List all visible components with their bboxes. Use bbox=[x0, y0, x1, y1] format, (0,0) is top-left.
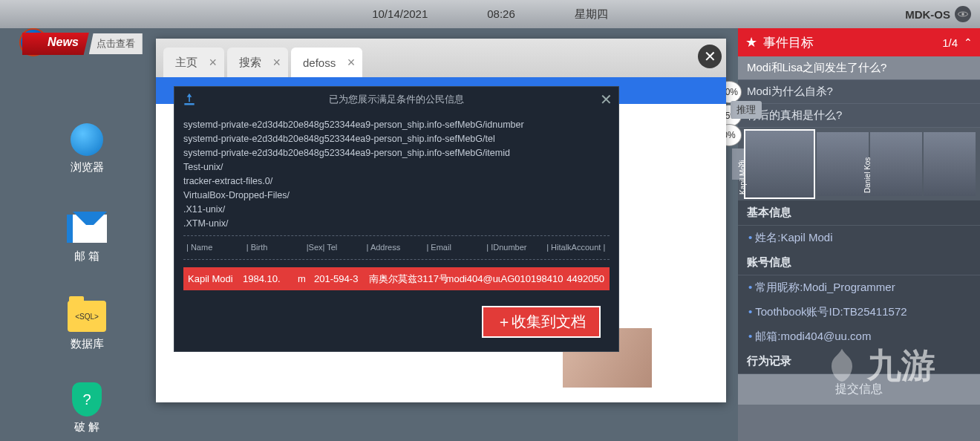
objectives-header[interactable]: ★ 事件目标 1/4 ⌃ bbox=[738, 28, 980, 56]
close-icon[interactable]: × bbox=[272, 55, 281, 71]
sql-badge: <SQL> bbox=[75, 313, 99, 321]
line: .XTM-unix/ bbox=[183, 217, 610, 231]
date: 10/14/2021 bbox=[372, 7, 428, 22]
title: 事件目标 bbox=[763, 34, 814, 51]
chevron-up-icon[interactable]: ⌃ bbox=[964, 36, 973, 48]
tab-defoss[interactable]: defoss× bbox=[291, 48, 362, 77]
avatar[interactable] bbox=[924, 132, 976, 196]
close-icon[interactable]: × bbox=[347, 55, 356, 71]
line: .X11-unix/ bbox=[183, 203, 610, 217]
objective-item[interactable]: Modi和Lisa之间发生了什么? bbox=[738, 56, 980, 80]
info-row: •Toothbook账号ID:TB25411572 bbox=[738, 300, 980, 324]
tab-home[interactable]: 主页× bbox=[163, 48, 224, 77]
mail-icon[interactable]: 邮 箱 bbox=[53, 212, 120, 264]
line: tracker-extract-files.0/ bbox=[183, 174, 610, 189]
tab-label: 搜索 bbox=[239, 56, 261, 70]
table-headers: | Name| Birth|Sex| Tel| Address| Email| … bbox=[183, 241, 610, 255]
section-header: 基本信息 bbox=[738, 200, 980, 226]
collect-button[interactable]: ＋收集到文档 bbox=[482, 306, 601, 338]
label: 数据库 bbox=[71, 337, 104, 350]
info-section: 基本信息 •姓名:Kapil Modi 账号信息 •常用昵称:Modi_Prog… bbox=[738, 200, 980, 405]
line: Test-unix/ bbox=[183, 160, 610, 174]
tab-label: defoss bbox=[303, 56, 336, 69]
time: 08:26 bbox=[487, 7, 515, 22]
desktop: 浏览器 邮 箱 <SQL>数据库 ?破 解 bbox=[0, 28, 156, 441]
label: 邮 箱 bbox=[74, 249, 99, 262]
line: VirtualBox-Dropped-Files/ bbox=[183, 189, 610, 203]
line: systemd-private-e2d3d4b20e848g523344ea9-… bbox=[183, 118, 610, 132]
svg-point-1 bbox=[961, 13, 964, 16]
info-row: •姓名:Kapil Modi bbox=[738, 226, 980, 250]
info-row: •常用昵称:Modi_Programmer bbox=[738, 275, 980, 300]
terminal-body: systemd-private-e2d3d4b20e848g523344ea9-… bbox=[174, 112, 618, 296]
avatar-row: › 0% Kapil Modi Daniel Kos bbox=[738, 128, 980, 200]
line: systemd-private-e2d3d4b20e848g523344ea9-… bbox=[183, 146, 610, 160]
reason-button[interactable]: 推理 bbox=[731, 101, 762, 119]
topbar: 10/14/2021 08:26 星期四 MDK-OS bbox=[0, 0, 980, 28]
index: 1/4 bbox=[942, 36, 958, 49]
info-row: •邮箱:modi404@uu.com bbox=[738, 324, 980, 349]
app-icon bbox=[182, 92, 197, 107]
side-panel: ★ 事件目标 1/4 ⌃ Modi和Lisa之间发生了什么? 40%Modi为什… bbox=[738, 28, 980, 441]
tabs-bar: 主页× 搜索× defoss× ✕ bbox=[156, 39, 726, 77]
section-header: 账号信息 bbox=[738, 250, 980, 275]
tab-search[interactable]: 搜索× bbox=[227, 48, 288, 77]
section-header: 行为记录 bbox=[738, 349, 980, 374]
brand-label: MDK-OS bbox=[905, 8, 950, 21]
tab-label: 主页 bbox=[175, 56, 197, 70]
star-icon: ★ bbox=[745, 34, 757, 50]
avatar[interactable]: Daniel Kos bbox=[870, 132, 922, 196]
label: 浏览器 bbox=[71, 160, 104, 173]
eye-icon bbox=[955, 6, 971, 22]
text: Modi为什么自杀? bbox=[747, 85, 833, 99]
close-icon[interactable]: × bbox=[209, 55, 217, 71]
label: 破 解 bbox=[74, 420, 99, 433]
crack-icon[interactable]: ?破 解 bbox=[53, 383, 120, 434]
objective-item[interactable]: 25%背后的真相是什么? bbox=[738, 104, 980, 128]
window-close-button[interactable]: ✕ bbox=[698, 45, 722, 68]
objective-item[interactable]: 40%Modi为什么自杀? bbox=[738, 80, 980, 104]
terminal-title: 已为您展示满足条件的公民信息 bbox=[329, 93, 464, 106]
line: systemd-private-e2d3d4b20e848g523344ea9-… bbox=[183, 132, 610, 146]
text: Modi和Lisa之间发生了什么? bbox=[747, 61, 886, 75]
avatar-name: Daniel Kos bbox=[863, 157, 872, 193]
close-icon[interactable]: ✕ bbox=[600, 91, 612, 108]
avatar[interactable]: Kapil Modi bbox=[744, 129, 815, 199]
svg-rect-2 bbox=[184, 103, 194, 105]
submit-button[interactable]: 提交信息 bbox=[738, 374, 980, 405]
avatar-name: Kapil Modi bbox=[739, 160, 747, 195]
terminal-panel: 已为您展示满足条件的公民信息 ✕ systemd-private-e2d3d4b… bbox=[174, 86, 619, 352]
weekday: 星期四 bbox=[575, 7, 608, 22]
result-row[interactable]: Kapil Modi1984.10.m201-594-3南奥尔莫兹3117号mo… bbox=[183, 267, 610, 290]
database-icon[interactable]: <SQL>数据库 bbox=[53, 300, 120, 351]
avatar[interactable] bbox=[817, 132, 869, 196]
browser-icon[interactable]: 浏览器 bbox=[53, 123, 120, 174]
